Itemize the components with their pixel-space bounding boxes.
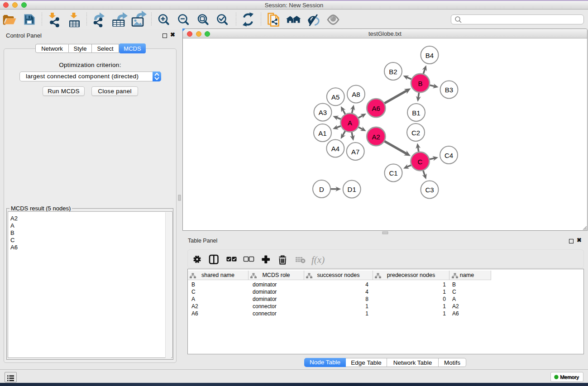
svg-text:C: C [418, 158, 423, 166]
svg-text:B: B [418, 80, 422, 87]
svg-text:A1: A1 [318, 129, 326, 137]
svg-text:D1: D1 [348, 186, 356, 193]
svg-text:B4: B4 [425, 52, 434, 59]
svg-text:A7: A7 [351, 148, 359, 156]
svg-text:D: D [319, 186, 324, 193]
svg-text:A5: A5 [331, 93, 339, 101]
svg-text:B3: B3 [445, 86, 453, 94]
svg-text:B2: B2 [389, 68, 397, 76]
svg-text:A6: A6 [372, 105, 380, 112]
svg-text:C1: C1 [389, 169, 397, 177]
svg-text:A4: A4 [331, 145, 339, 152]
svg-text:B1: B1 [412, 109, 420, 117]
svg-text:A2: A2 [372, 133, 380, 141]
svg-text:A: A [348, 119, 352, 127]
svg-text:C2: C2 [411, 129, 420, 137]
svg-text:A3: A3 [319, 109, 327, 116]
svg-text:Memory: Memory [560, 375, 579, 380]
svg-text:A8: A8 [352, 91, 360, 98]
svg-text:C4: C4 [445, 152, 453, 159]
svg-text:C3: C3 [425, 186, 434, 194]
